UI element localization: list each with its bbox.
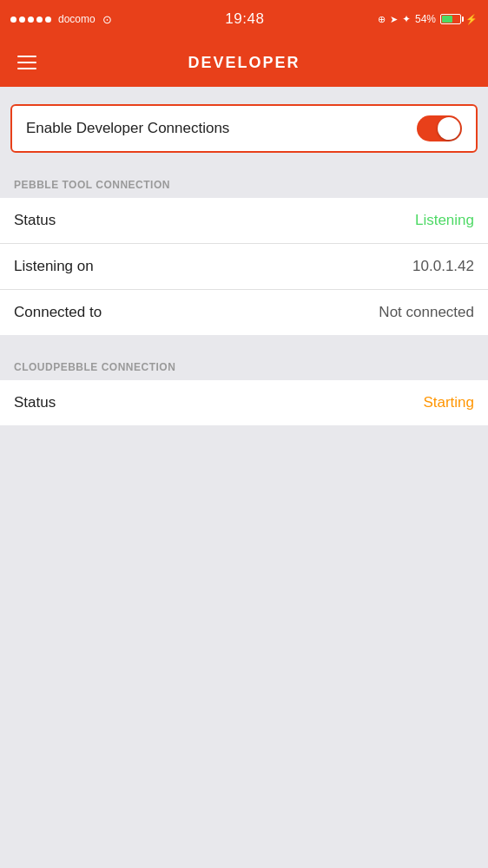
pebble-tool-section-header: PEBBLE TOOL CONNECTION — [0, 170, 488, 198]
menu-button[interactable] — [14, 52, 40, 73]
cloudpebble-section-header: CLOUDPEBBLE CONNECTION — [0, 352, 488, 380]
pebble-tool-listening-row: Listening on 10.0.1.42 — [0, 244, 488, 290]
navbar: DEVELOPER — [0, 38, 488, 87]
cloudpebble-status-label: Status — [14, 394, 56, 411]
wifi-icon: ⊙ — [102, 13, 112, 26]
battery-percent: 54% — [415, 13, 436, 25]
page-title: DEVELOPER — [40, 54, 448, 72]
status-bar-left: docomo ⊙ — [10, 13, 112, 26]
bluetooth-icon: ✦ — [402, 13, 411, 25]
location-icon: ⊕ — [378, 14, 386, 25]
content: Enable Developer Connections PEBBLE TOOL… — [0, 104, 488, 425]
arrow-icon: ➤ — [390, 14, 398, 25]
pebble-tool-list: Status Listening Listening on 10.0.1.42 … — [0, 198, 488, 335]
carrier-label: docomo — [58, 13, 96, 25]
pebble-tool-status-label: Status — [14, 212, 56, 229]
cloudpebble-list: Status Starting — [0, 380, 488, 425]
status-bar-right: ⊕ ➤ ✦ 54% ⚡ — [378, 13, 478, 25]
signal-dots — [10, 16, 51, 23]
cloudpebble-status-value: Starting — [423, 394, 474, 411]
pebble-tool-connected-label: Connected to — [14, 304, 102, 321]
battery-container — [440, 14, 461, 24]
battery-fill — [442, 16, 452, 23]
toggle-label: Enable Developer Connections — [26, 120, 229, 137]
developer-connections-toggle[interactable] — [417, 115, 462, 141]
charging-icon: ⚡ — [465, 14, 478, 25]
pebble-tool-connected-value: Not connected — [379, 304, 474, 321]
pebble-tool-connected-row: Connected to Not connected — [0, 290, 488, 335]
toggle-knob — [438, 117, 460, 140]
pebble-tool-status-value: Listening — [415, 212, 474, 229]
clock: 19:48 — [225, 10, 264, 28]
pebble-tool-listening-label: Listening on — [14, 258, 94, 275]
cloudpebble-status-row: Status Starting — [0, 380, 488, 425]
pebble-tool-status-row: Status Listening — [0, 198, 488, 244]
battery-icon — [440, 14, 461, 24]
section-spacer-1 — [0, 335, 488, 352]
pebble-tool-listening-value: 10.0.1.42 — [412, 258, 474, 275]
enable-developer-toggle-row: Enable Developer Connections — [10, 104, 478, 153]
status-bar: docomo ⊙ 19:48 ⊕ ➤ ✦ 54% ⚡ — [0, 0, 488, 38]
